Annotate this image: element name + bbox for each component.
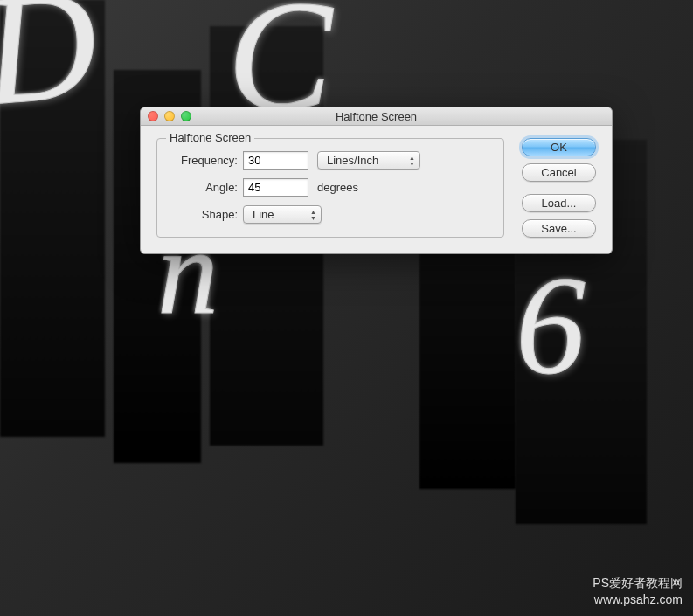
ok-button[interactable]: OK (522, 138, 596, 156)
window-controls (148, 111, 191, 121)
updown-arrows-icon: ▲▼ (409, 155, 415, 166)
watermark: PS爱好者教程网 www.psahz.com (593, 575, 683, 609)
frequency-units-select[interactable]: Lines/Inch ▲▼ (317, 151, 420, 170)
frequency-units-value: Lines/Inch (327, 154, 378, 167)
bg-letter: 6 (516, 245, 586, 406)
fieldset-legend: Halftone Screen (166, 131, 254, 144)
halftone-fieldset: Halftone Screen Frequency: Lines/Inch ▲▼… (156, 138, 504, 238)
angle-row: Angle: degrees (170, 178, 491, 197)
close-icon[interactable] (148, 111, 158, 121)
shape-select[interactable]: Line ▲▼ (243, 205, 322, 224)
zoom-icon[interactable] (181, 111, 191, 121)
shape-value: Line (253, 208, 274, 221)
dialog-titlebar[interactable]: Halftone Screen (141, 107, 612, 126)
dialog-body: Halftone Screen Frequency: Lines/Inch ▲▼… (141, 126, 612, 253)
minimize-icon[interactable] (164, 111, 175, 121)
updown-arrows-icon: ▲▼ (310, 209, 316, 220)
frequency-label: Frequency: (170, 154, 238, 167)
angle-label: Angle: (170, 181, 238, 194)
watermark-line1: PS爱好者教程网 (593, 575, 683, 592)
angle-input[interactable] (243, 178, 308, 197)
save-button[interactable]: Save... (522, 219, 596, 238)
load-button[interactable]: Load... (522, 194, 596, 212)
angle-unit: degrees (317, 181, 358, 194)
watermark-line2: www.psahz.com (593, 592, 683, 609)
shape-label: Shape: (170, 208, 238, 221)
dialog-title: Halftone Screen (336, 110, 417, 123)
bg-letter: D (0, 0, 104, 142)
cancel-button[interactable]: Cancel (522, 163, 596, 182)
halftone-screen-dialog: Halftone Screen Halftone Screen Frequenc… (140, 107, 613, 254)
frequency-input[interactable] (243, 151, 308, 170)
frequency-row: Frequency: Lines/Inch ▲▼ (170, 151, 491, 170)
button-column: OK Cancel Load... Save... (522, 138, 596, 238)
shape-row: Shape: Line ▲▼ (170, 205, 491, 224)
